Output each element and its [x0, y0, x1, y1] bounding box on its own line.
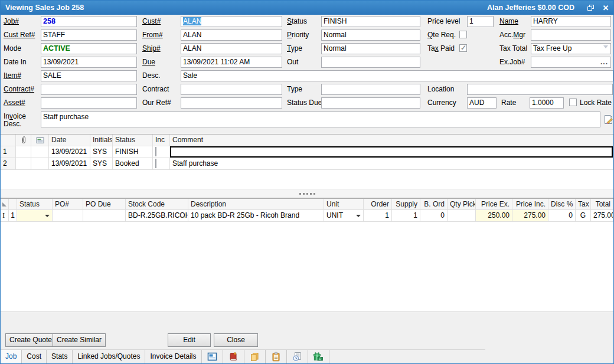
- comment-cell[interactable]: Staff purchase: [170, 158, 613, 169]
- tax-paid-checkbox[interactable]: [459, 44, 467, 52]
- ship-field[interactable]: ALAN: [181, 43, 282, 54]
- close-icon[interactable]: ✕: [598, 1, 613, 15]
- items-header-price-inc[interactable]: Price Inc.: [512, 199, 548, 209]
- inc-cell[interactable]: [153, 146, 170, 158]
- from-field[interactable]: ALAN: [181, 29, 282, 41]
- history-icon[interactable]: [287, 350, 308, 363]
- invoice-desc-field[interactable]: Staff purchase: [41, 112, 600, 127]
- tab-invoice-details[interactable]: Invoice Details: [145, 350, 201, 363]
- select-all-icon[interactable]: [1, 199, 9, 209]
- price-level-field[interactable]: 1: [467, 16, 494, 27]
- cust-label[interactable]: Cust#: [142, 18, 161, 25]
- status-field[interactable]: FINISH: [321, 16, 420, 27]
- qte-req-checkbox[interactable]: [459, 31, 467, 38]
- due-label[interactable]: Due: [142, 58, 155, 66]
- item-b-ord-cell[interactable]: 0: [420, 210, 448, 221]
- items-header-total[interactable]: Total: [591, 199, 613, 209]
- attachment-icon[interactable]: [16, 135, 31, 146]
- job-form-icon[interactable]: [202, 350, 223, 363]
- tab-stats[interactable]: Stats: [47, 350, 73, 363]
- item-order-cell[interactable]: 1: [364, 210, 392, 221]
- items-header-po-due[interactable]: PO Due: [83, 199, 126, 209]
- tab-cost[interactable]: Cost: [22, 350, 47, 363]
- comments-header-comment[interactable]: Comment: [170, 135, 613, 146]
- clipboard-icon[interactable]: [266, 350, 287, 363]
- tab-job[interactable]: Job: [1, 350, 22, 363]
- item-po-due-cell[interactable]: [83, 210, 126, 221]
- status-cell[interactable]: Booked: [113, 158, 153, 169]
- items-header-stock-code[interactable]: Stock Code: [126, 199, 188, 209]
- initials-cell[interactable]: SYS: [90, 146, 113, 158]
- cust-field[interactable]: ALAN: [181, 16, 282, 27]
- item-qty-pick-cell[interactable]: [448, 210, 476, 221]
- acc-mgr-field[interactable]: [531, 29, 611, 41]
- title-bar[interactable]: Viewing Sales Job 258 Alan Jefferies $0.…: [1, 1, 613, 15]
- attachment-cell[interactable]: [16, 146, 31, 158]
- copy-icon[interactable]: [244, 350, 266, 363]
- item-description-cell[interactable]: 10 pack BD-R 25Gb - Ricoh Brand: [188, 210, 324, 221]
- date-cell[interactable]: 13/09/2021: [49, 158, 90, 169]
- row-number[interactable]: 1: [9, 210, 17, 221]
- mode-field[interactable]: ACTIVE: [41, 43, 137, 54]
- inc-checkbox[interactable]: [155, 147, 156, 156]
- inc-cell[interactable]: [153, 158, 170, 169]
- cust-ref-field[interactable]: STAFF: [41, 29, 137, 41]
- items-header-qty-pick[interactable]: Qty Pick: [448, 199, 476, 209]
- comments-header-inc[interactable]: Inc: [153, 135, 170, 146]
- book-icon[interactable]: [223, 350, 244, 363]
- row-number[interactable]: 1: [1, 146, 16, 158]
- items-header-b-ord[interactable]: B. Ord: [420, 199, 448, 209]
- row-number[interactable]: 2: [1, 158, 16, 169]
- cust-ref-label[interactable]: Cust Ref#: [4, 31, 35, 39]
- name-field[interactable]: HARRY: [531, 16, 611, 27]
- close-button[interactable]: Close: [214, 333, 258, 347]
- name-label[interactable]: Name: [499, 18, 518, 25]
- item-unit-cell[interactable]: UNIT: [324, 210, 364, 221]
- status-cell[interactable]: FINISH: [113, 146, 153, 158]
- gift-money-icon[interactable]: [308, 350, 329, 363]
- ship-label[interactable]: Ship#: [142, 45, 161, 53]
- date-cell[interactable]: 13/09/2021: [49, 146, 90, 158]
- asset-label[interactable]: Asset#: [4, 99, 25, 107]
- items-header-status[interactable]: Status: [17, 199, 53, 209]
- location-field[interactable]: [467, 84, 613, 95]
- create-quote-button[interactable]: Create Quote: [5, 333, 56, 347]
- job-number-field[interactable]: 258: [41, 16, 137, 27]
- type2-field[interactable]: [321, 84, 420, 95]
- email-cell[interactable]: [31, 146, 49, 158]
- initials-cell[interactable]: SYS: [90, 158, 113, 169]
- inc-checkbox[interactable]: [155, 159, 156, 168]
- comments-header-status[interactable]: Status: [113, 135, 153, 146]
- due-field[interactable]: 13/09/2021 11:02 AM: [181, 57, 282, 68]
- comment-cell-focused[interactable]: [170, 146, 613, 158]
- type-field[interactable]: Normal: [321, 43, 420, 54]
- comments-header-initials[interactable]: Initials: [90, 135, 113, 146]
- attachment-cell[interactable]: [16, 158, 31, 169]
- item-disc-cell[interactable]: 0: [548, 210, 576, 221]
- items-header-disc[interactable]: Disc %: [548, 199, 576, 209]
- contract-no-field[interactable]: [41, 84, 137, 95]
- item-price-ex-cell[interactable]: 250.00: [476, 210, 512, 221]
- edit-notes-icon[interactable]: [603, 114, 613, 124]
- splitter-handle[interactable]: [1, 189, 613, 198]
- browse-ellipsis-icon[interactable]: ...: [180, 210, 186, 221]
- item-field[interactable]: SALE: [41, 70, 137, 81]
- tab-linked-jobs-quotes[interactable]: Linked Jobs/Quotes: [73, 350, 145, 363]
- job-number-label[interactable]: Job#: [4, 18, 19, 25]
- items-header-order[interactable]: Order: [364, 199, 392, 209]
- items-header-supply[interactable]: Supply: [392, 199, 420, 209]
- create-similar-button[interactable]: Create Similar: [53, 333, 106, 347]
- priority-field[interactable]: Normal: [321, 29, 420, 41]
- item-total-cell[interactable]: 275.00: [591, 210, 613, 221]
- item-price-inc-cell[interactable]: 275.00: [512, 210, 548, 221]
- currency-field[interactable]: AUD: [467, 97, 497, 109]
- desc-field[interactable]: Sale: [181, 70, 613, 81]
- dropdown-icon[interactable]: [45, 215, 50, 217]
- contract-field[interactable]: [181, 84, 282, 95]
- restore-icon[interactable]: [583, 1, 598, 15]
- item-status-cell[interactable]: [17, 210, 53, 221]
- comments-header-date[interactable]: Date: [49, 135, 90, 146]
- from-label[interactable]: From#: [142, 31, 163, 39]
- date-in-field[interactable]: 13/09/2021: [41, 57, 137, 68]
- item-label[interactable]: Item#: [4, 72, 21, 80]
